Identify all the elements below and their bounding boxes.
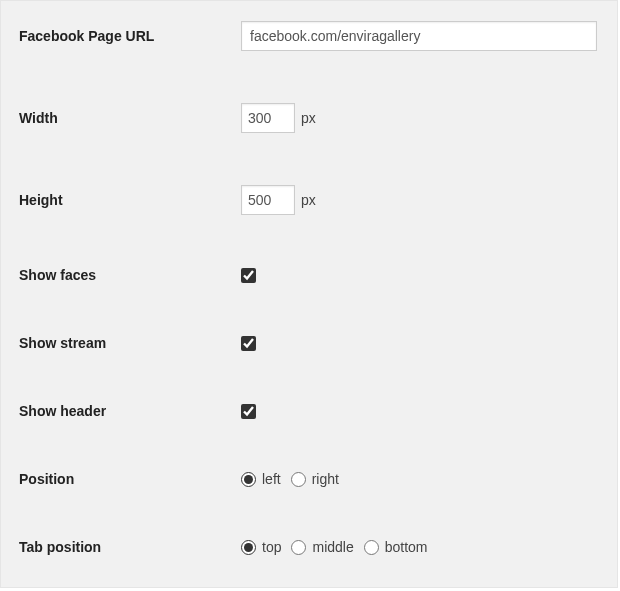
- form-row-show-header: Show header: [19, 403, 599, 419]
- height-input[interactable]: [241, 185, 295, 215]
- field-tab-position: top middle bottom: [241, 539, 434, 555]
- label-height: Height: [19, 192, 241, 208]
- tab-position-option-top: top: [262, 539, 281, 555]
- form-row-height: Height px: [19, 185, 599, 215]
- label-show-header: Show header: [19, 403, 241, 419]
- label-position: Position: [19, 471, 241, 487]
- field-show-faces: [241, 268, 256, 283]
- tab-position-radio-middle[interactable]: [291, 540, 306, 555]
- field-height: px: [241, 185, 316, 215]
- position-radio-right[interactable]: [291, 472, 306, 487]
- field-position: left right: [241, 471, 345, 487]
- position-radio-left[interactable]: [241, 472, 256, 487]
- settings-panel: Facebook Page URL Width px Height px Sho…: [0, 0, 618, 588]
- tab-position-option-bottom: bottom: [385, 539, 428, 555]
- height-unit: px: [301, 192, 316, 208]
- form-row-show-faces: Show faces: [19, 267, 599, 283]
- tab-position-option-middle: middle: [312, 539, 353, 555]
- position-option-right: right: [312, 471, 339, 487]
- form-row-page-url: Facebook Page URL: [19, 21, 599, 51]
- field-show-stream: [241, 336, 256, 351]
- form-row-tab-position: Tab position top middle bottom: [19, 539, 599, 555]
- label-tab-position: Tab position: [19, 539, 241, 555]
- tab-position-radio-bottom[interactable]: [364, 540, 379, 555]
- form-row-show-stream: Show stream: [19, 335, 599, 351]
- width-unit: px: [301, 110, 316, 126]
- label-show-stream: Show stream: [19, 335, 241, 351]
- field-show-header: [241, 404, 256, 419]
- label-show-faces: Show faces: [19, 267, 241, 283]
- page-url-input[interactable]: [241, 21, 597, 51]
- position-option-left: left: [262, 471, 281, 487]
- show-stream-checkbox[interactable]: [241, 336, 256, 351]
- show-faces-checkbox[interactable]: [241, 268, 256, 283]
- field-page-url: [241, 21, 597, 51]
- form-row-position: Position left right: [19, 471, 599, 487]
- width-input[interactable]: [241, 103, 295, 133]
- tab-position-radio-top[interactable]: [241, 540, 256, 555]
- label-width: Width: [19, 110, 241, 126]
- form-row-width: Width px: [19, 103, 599, 133]
- label-page-url: Facebook Page URL: [19, 28, 241, 44]
- field-width: px: [241, 103, 316, 133]
- show-header-checkbox[interactable]: [241, 404, 256, 419]
